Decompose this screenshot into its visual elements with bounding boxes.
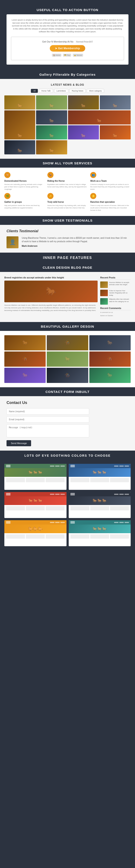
content-block <box>26 506 45 510</box>
theme-nav <box>50 494 65 495</box>
gallery-design-item[interactable]: 🐎 <box>89 335 131 350</box>
home-icon: 🏠 Home <box>52 54 61 57</box>
theme-topbar <box>69 464 131 468</box>
nav-item <box>50 494 54 495</box>
gallery-item[interactable] <box>36 111 67 124</box>
gallery-item[interactable] <box>36 95 67 110</box>
gallery-item[interactable] <box>100 125 131 140</box>
theme-nav <box>114 522 129 523</box>
cta-box: Lorem ipsum is simply dummy text of the … <box>6 14 129 65</box>
gallery-item[interactable] <box>68 95 99 110</box>
filter-laminitees[interactable]: Laminitees <box>54 89 69 93</box>
gallery-header: Gallery Filterable By Categories <box>0 70 135 79</box>
payment-icon: 💳 Pay <box>63 54 71 57</box>
email-input[interactable] <box>6 416 89 423</box>
theme-nav <box>114 466 129 467</box>
service-title: Riding the Horse <box>47 180 88 182</box>
team-icon: 👥 <box>90 172 96 178</box>
gallery-design-item[interactable]: 🐎 <box>47 351 88 367</box>
gallery-item[interactable] <box>68 111 131 124</box>
gallery-item[interactable] <box>68 125 99 140</box>
send-message-button[interactable]: Send Message <box>6 440 31 446</box>
nav-item <box>114 494 118 495</box>
theme-hero: 🐎🐎🐎 <box>4 496 66 505</box>
theme-nav <box>50 522 65 523</box>
nav-item <box>114 522 118 523</box>
recent-comments-title: Recent Comments <box>100 307 131 310</box>
gallery-design-item[interactable]: 🐎 <box>4 335 46 350</box>
content-block <box>110 506 129 510</box>
gallery-design-item[interactable]: 🐎 <box>4 368 46 383</box>
testimonial-body: 👤 Using Blackhorse Theme, I turned a .co… <box>6 236 129 248</box>
theme-red[interactable]: 🐎🐎🐎 <box>4 492 66 518</box>
colors-title: LOTS OF EYE SOOTHING COLORS TO CHOOSE <box>3 454 132 457</box>
content-block <box>90 506 109 510</box>
cta-offer-text: Get Our N Membership At No Normal Price … <box>42 40 93 43</box>
theme-logo <box>71 465 75 467</box>
gallery-item[interactable] <box>4 111 35 140</box>
filter-horse-talk[interactable]: Horse Talk <box>39 89 53 93</box>
gallery-design-item[interactable]: 🐎 <box>89 368 131 383</box>
blog-post-title: Breed registries do accept animals under… <box>4 276 98 279</box>
testimonials-title: Clients Testimonial <box>6 229 129 233</box>
inner-features-title: INNER PAGE FEATURES <box>3 256 132 260</box>
filter-racing-news[interactable]: Racing News <box>69 89 86 93</box>
theme-content <box>4 533 66 540</box>
gallery-item[interactable] <box>100 95 131 110</box>
gallery-content: LATEST NEWS & BLOG All Horse Talk Lamini… <box>0 79 135 159</box>
content-block <box>110 478 129 482</box>
ranch-icon: ⭐ <box>90 193 96 199</box>
gather-icon: 🌿 <box>4 193 10 199</box>
cta-inner-box: Get Our N Membership At No Normal Price … <box>11 37 124 60</box>
gallery-item[interactable] <box>4 140 35 154</box>
service-title: Gather in groups <box>4 201 45 203</box>
theme-teal[interactable]: 🐎🐎🐎 <box>69 520 131 546</box>
theme-logo <box>6 521 10 524</box>
post-text: Millpedia often has relevant data for th… <box>109 298 131 303</box>
service-item: ✨ Truly wild horse Some live truly keep … <box>47 193 88 212</box>
name-input[interactable] <box>6 408 89 414</box>
services-content: 🐎 Domesticated Horses Horses are natural… <box>0 167 135 216</box>
services-header: Show All Your Services <box>0 159 135 167</box>
gallery-item[interactable] <box>36 125 67 140</box>
nav-item <box>119 466 124 467</box>
gallery-design-header: Beautiful Gallery Desgin <box>0 322 135 331</box>
service-item: 👥 Work as a Team Criteria is simply to s… <box>90 172 131 191</box>
cta-price: Normal Price $47 <box>76 40 93 43</box>
theme-blue[interactable]: 🐎🐎🐎 <box>69 464 131 490</box>
blog-post-item: A Box to Improve Your Garden Regularly w… <box>100 290 131 297</box>
theme-logo <box>71 521 75 524</box>
gallery-item[interactable] <box>36 140 67 154</box>
theme-topbar <box>4 520 66 525</box>
gallery-design-item[interactable]: 🏇 <box>89 351 131 367</box>
theme-hero: 🐎🐎🐎 <box>4 525 66 533</box>
filter-more[interactable]: More category <box>87 89 104 93</box>
filter-all[interactable]: All <box>31 89 38 93</box>
theme-dark[interactable]: 🐎🐎🐎 <box>69 492 131 518</box>
blog-layout: Breed registries do accept animals under… <box>4 276 131 318</box>
gallery-item[interactable] <box>4 95 35 110</box>
gallery-design-item[interactable]: 🏇 <box>47 335 88 350</box>
gallery-design-item[interactable]: 🏇 <box>47 368 88 383</box>
theme-nav <box>50 466 65 467</box>
service-desc: Horses are naturally grazing animals and… <box>4 183 45 191</box>
nav-item <box>55 494 59 495</box>
nav-item <box>125 522 129 523</box>
content-block <box>26 478 45 482</box>
service-item: 🐎 Domesticated Horses Horses are natural… <box>4 172 45 191</box>
testimonial-quote: Using Blackhorse Theme, I turned a .com … <box>22 236 129 248</box>
post-thumbnail <box>100 281 108 288</box>
content-block <box>71 506 89 510</box>
comment-item: A comment on us <box>100 311 131 314</box>
service-title: Truly wild horse <box>47 201 88 203</box>
gallery-grid <box>4 95 131 154</box>
domesticated-icon: 🐎 <box>4 172 10 178</box>
gallery-design-item[interactable]: 🏇 <box>4 351 46 367</box>
horse-silhouette: 🐎🐎🐎 <box>28 470 43 475</box>
theme-green[interactable]: 🐎🐎🐎 <box>4 464 66 490</box>
horse-silhouette: 🐎🐎🐎 <box>92 526 107 531</box>
message-input[interactable] <box>6 424 89 437</box>
get-membership-button[interactable]: ➤ Get Membership <box>50 45 85 52</box>
post-text: A Box to Improve Your Garden Regularly w… <box>109 290 131 297</box>
theme-orange[interactable]: 🐎🐎🐎 <box>4 520 66 546</box>
